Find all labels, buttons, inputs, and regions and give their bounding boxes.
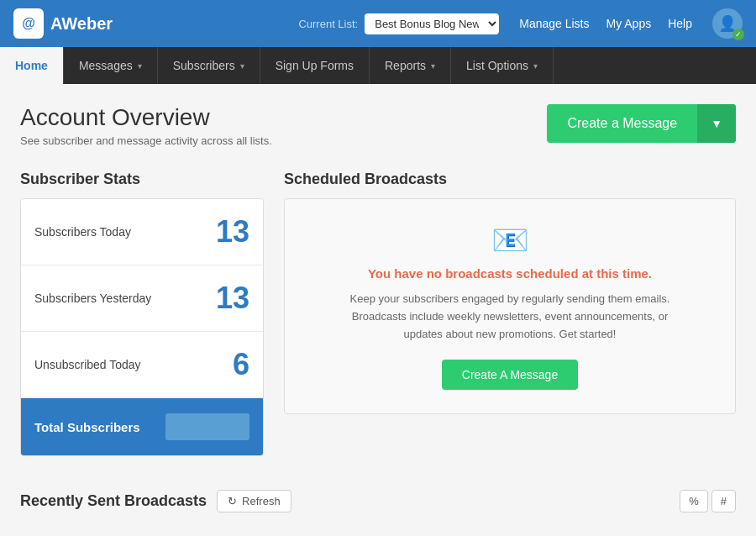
subscriber-stats-col: Subscriber Stats Subscribers Today 13 Su… bbox=[20, 171, 264, 456]
broadcast-alert-text: You have no broadcasts scheduled at this… bbox=[302, 266, 718, 281]
broadcast-envelope-icon: 📧 bbox=[302, 223, 718, 258]
logo: @ AWeber bbox=[13, 8, 113, 39]
tab-home-label: Home bbox=[15, 59, 48, 72]
hash-icon-button[interactable]: # bbox=[711, 490, 736, 512]
current-list-select[interactable]: Best Bonus Blog News & ... bbox=[365, 13, 499, 34]
logo-text: AWeber bbox=[50, 14, 113, 34]
tab-signup-forms[interactable]: Sign Up Forms bbox=[260, 47, 370, 84]
stat-row-total: Total Subscribers bbox=[21, 398, 263, 455]
create-message-button[interactable]: Create a Message ▼ bbox=[547, 104, 736, 143]
two-col-layout: Subscriber Stats Subscribers Today 13 Su… bbox=[20, 171, 736, 456]
scheduled-broadcasts-col: Scheduled Broadcasts 📧 You have no broad… bbox=[284, 171, 736, 414]
secondary-nav: Home Messages ▾ Subscribers ▾ Sign Up Fo… bbox=[0, 47, 756, 84]
overview-title-area: Account Overview See subscriber and mess… bbox=[20, 104, 272, 147]
stats-table: Subscribers Today 13 Subscribers Yesterd… bbox=[20, 198, 264, 456]
tab-signup-forms-label: Sign Up Forms bbox=[276, 59, 354, 72]
main-content: Account Overview See subscriber and mess… bbox=[0, 84, 756, 533]
page-title: Account Overview bbox=[20, 104, 272, 131]
overview-subtitle: See subscriber and message activity acro… bbox=[20, 134, 272, 147]
current-list-area: Current List: Best Bonus Blog News & ... bbox=[298, 13, 499, 34]
stat-row-unsubscribed: Unsubscribed Today 6 bbox=[21, 332, 263, 398]
create-message-label: Create a Message bbox=[547, 104, 697, 143]
create-message-arrow-icon: ▼ bbox=[697, 104, 736, 143]
stat-value-today: 13 bbox=[216, 214, 249, 250]
manage-lists-link[interactable]: Manage Lists bbox=[519, 17, 589, 30]
tab-messages[interactable]: Messages ▾ bbox=[64, 47, 158, 84]
refresh-label: Refresh bbox=[242, 495, 281, 507]
tab-subscribers[interactable]: Subscribers ▾ bbox=[158, 47, 260, 84]
footer-right: % # bbox=[680, 490, 736, 512]
overview-header: Account Overview See subscriber and mess… bbox=[20, 104, 736, 147]
reports-dropdown-icon: ▾ bbox=[431, 61, 435, 71]
help-link[interactable]: Help bbox=[668, 17, 692, 30]
list-options-dropdown-icon: ▾ bbox=[533, 61, 538, 71]
broadcast-create-message-button[interactable]: Create A Message bbox=[442, 360, 578, 390]
tab-home[interactable]: Home bbox=[0, 47, 64, 84]
stat-row-yesterday: Subscribers Yesterday 13 bbox=[21, 265, 263, 332]
refresh-button[interactable]: ↻ Refresh bbox=[217, 490, 291, 512]
avatar[interactable]: 👤 ✓ bbox=[712, 8, 743, 39]
tab-messages-label: Messages bbox=[79, 59, 133, 72]
stat-label-unsubscribed: Unsubscribed Today bbox=[34, 358, 141, 371]
my-apps-link[interactable]: My Apps bbox=[606, 17, 652, 30]
broadcast-description: Keep your subscribers engaged by regular… bbox=[342, 291, 678, 343]
tab-subscribers-label: Subscribers bbox=[173, 59, 235, 72]
tab-reports-label: Reports bbox=[385, 59, 426, 72]
avatar-check-icon: ✓ bbox=[732, 29, 744, 40]
scheduled-broadcasts-title: Scheduled Broadcasts bbox=[284, 171, 736, 188]
recently-sent-title: Recently Sent Broadcasts bbox=[20, 492, 207, 510]
recently-sent-bar: Recently Sent Broadcasts ↻ Refresh % # bbox=[20, 483, 736, 512]
stat-value-unsubscribed: 6 bbox=[233, 347, 249, 382]
logo-icon: @ bbox=[13, 8, 44, 39]
stat-label-today: Subscribers Today bbox=[34, 225, 131, 239]
stat-value-total-blurred bbox=[165, 413, 249, 440]
tab-list-options-label: List Options bbox=[466, 59, 528, 72]
top-nav-links: Manage Lists My Apps Help bbox=[519, 17, 692, 30]
broadcasts-box: 📧 You have no broadcasts scheduled at th… bbox=[284, 198, 736, 414]
stat-label-yesterday: Subscribers Yesterday bbox=[34, 292, 151, 305]
subscribers-dropdown-icon: ▾ bbox=[240, 61, 244, 71]
percent-icon-button[interactable]: % bbox=[680, 490, 708, 512]
stat-label-total: Total Subscribers bbox=[34, 420, 140, 434]
stat-value-yesterday: 13 bbox=[216, 281, 249, 316]
tab-reports[interactable]: Reports ▾ bbox=[370, 47, 451, 84]
subscriber-stats-title: Subscriber Stats bbox=[20, 171, 264, 188]
footer-left: Recently Sent Broadcasts ↻ Refresh bbox=[20, 490, 291, 512]
tab-list-options[interactable]: List Options ▾ bbox=[451, 47, 554, 84]
messages-dropdown-icon: ▾ bbox=[138, 61, 142, 71]
stat-row-today: Subscribers Today 13 bbox=[21, 199, 263, 265]
top-nav: @ AWeber Current List: Best Bonus Blog N… bbox=[0, 0, 756, 47]
refresh-icon: ↻ bbox=[228, 495, 237, 507]
current-list-label: Current List: bbox=[298, 18, 358, 30]
